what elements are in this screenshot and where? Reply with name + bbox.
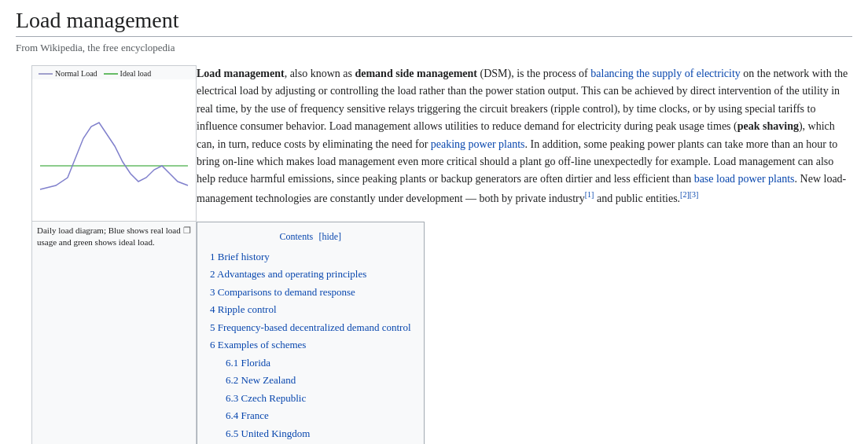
page-subtitle: From Wikipedia, the free encyclopedia — [16, 42, 852, 54]
toc-list: 1 Brief history 2 Advantages and operati… — [210, 249, 411, 444]
page-title: Load management — [16, 8, 852, 37]
intro-rest6: and public entities. — [594, 192, 680, 204]
toc-link-6[interactable]: 6 Examples of schemes — [210, 339, 306, 350]
toc-item-6-1: 6.1 Florida — [226, 355, 411, 371]
toc-item-3: 3 Comparisons to demand response — [210, 284, 411, 300]
toc-link-6-2[interactable]: 6.2 New Zealand — [226, 374, 296, 386]
intro-peak-shaving: peak shaving — [737, 120, 799, 132]
expand-icon[interactable]: ❐ — [183, 225, 191, 237]
toc-link-6-3[interactable]: 6.3 Czech Republic — [226, 392, 306, 404]
intro-link-peaking[interactable]: peaking power plants — [431, 138, 525, 150]
toc-item-6-2: 6.2 New Zealand — [226, 372, 411, 388]
intro-also-known: , also known as — [285, 68, 355, 79]
toc-link-6-4[interactable]: 6.4 France — [226, 409, 269, 421]
toc-item-5: 5 Frequency-based decentralized demand c… — [210, 320, 411, 336]
legend-normal-line — [39, 73, 53, 75]
legend-normal-label: Normal Load — [55, 69, 97, 78]
main-content: Load management, also known as demand si… — [197, 65, 852, 444]
figure-caption: ❐ Daily load diagram; Blue shows real lo… — [32, 221, 196, 252]
toc-link-5[interactable]: 5 Frequency-based decentralized demand c… — [210, 321, 411, 333]
legend-ideal: Ideal load — [104, 69, 152, 78]
intro-paragraph: Load management, also known as demand si… — [197, 65, 852, 207]
intro-sup1[interactable]: [1] — [585, 190, 594, 199]
toc-link-3[interactable]: 3 Comparisons to demand response — [210, 286, 355, 298]
toc-box: Contents [hide] 1 Brief history 2 Advant… — [197, 222, 425, 444]
legend-ideal-line — [104, 73, 118, 75]
load-diagram-chart — [32, 79, 196, 221]
intro-rest1: , is the process of — [511, 68, 590, 79]
toc-link-6-1[interactable]: 6.1 Florida — [226, 357, 270, 369]
toc-item-6-4: 6.4 France — [226, 408, 411, 424]
toc-link-4[interactable]: 4 Ripple control — [210, 303, 277, 315]
intro-dsm-bold: demand side management — [355, 68, 477, 79]
toc-link-1[interactable]: 1 Brief history — [210, 251, 270, 262]
intro-dsm-paren: (DSM) — [477, 68, 511, 79]
toc-sublist: 6.1 Florida 6.2 New Zealand 6.3 Czech Re… — [226, 355, 411, 442]
intro-link-balancing[interactable]: balancing the supply of electricity — [590, 68, 741, 79]
chart-legend: Normal Load Ideal load — [32, 66, 196, 79]
chart-svg-area — [32, 79, 196, 221]
figure-caption-text: Daily load diagram; Blue shows real load… — [37, 226, 181, 247]
intro-sup3[interactable]: [3] — [690, 190, 699, 199]
sidebar-figure: Normal Load Ideal load ❐ Daily load diag… — [31, 65, 197, 444]
toc-title: Contents [hide] — [210, 230, 411, 243]
intro-link-baseload[interactable]: base load power plants — [694, 173, 795, 185]
legend-normal: Normal Load — [39, 69, 97, 78]
toc-item-6-3: 6.3 Czech Republic — [226, 391, 411, 406]
intro-bold-start: Load management — [197, 68, 285, 79]
toc-item-1: 1 Brief history — [210, 249, 411, 265]
toc-item-4: 4 Ripple control — [210, 302, 411, 317]
legend-ideal-label: Ideal load — [120, 69, 152, 78]
toc-item-6-5: 6.5 United Kingdom — [226, 426, 411, 442]
toc-link-6-5[interactable]: 6.5 United Kingdom — [226, 427, 310, 439]
toc-title-text: Contents — [279, 231, 313, 242]
toc-item-6: 6 Examples of schemes — [210, 337, 411, 353]
intro-sup2[interactable]: [2] — [680, 190, 690, 199]
toc-item-2: 2 Advantages and operating principles — [210, 266, 411, 282]
toc-hide-button[interactable]: [hide] — [318, 231, 341, 242]
toc-link-2[interactable]: 2 Advantages and operating principles — [210, 268, 366, 280]
